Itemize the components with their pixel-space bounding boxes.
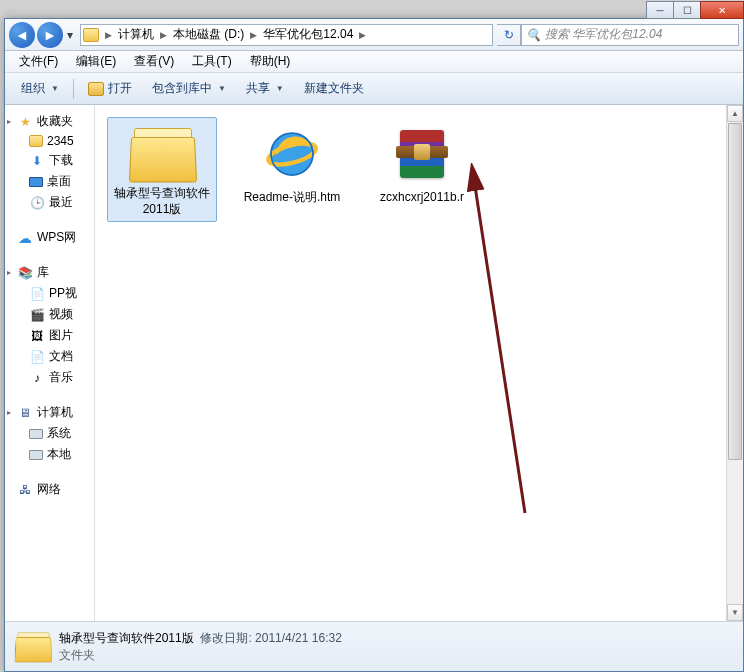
share-button[interactable]: 共享▼ [238,76,292,101]
status-meta-label: 修改日期: [200,631,251,645]
separator [73,79,74,99]
file-list[interactable]: 轴承型号查询软件2011版 Readme-说明.htm zcxhcxrj2011… [95,105,743,621]
search-placeholder: 搜索 华军优化包12.04 [545,26,662,43]
vertical-scrollbar[interactable]: ▲ ▼ [726,105,743,621]
maximize-button[interactable]: ☐ [673,1,701,19]
command-bar: 组织▼ 打开 包含到库中▼ 共享▼ 新建文件夹 [5,73,743,105]
details-pane: 轴承型号查询软件2011版 修改日期: 2011/4/21 16:32 文件夹 [5,621,743,671]
sidebar-item-desktop[interactable]: 桌面 [5,171,94,192]
refresh-button[interactable]: ↻ [497,24,521,46]
sidebar-item-recent[interactable]: 🕒最近 [5,192,94,213]
computer-icon: 🖥 [17,405,33,421]
sidebar-item-documents[interactable]: 📄文档 [5,346,94,367]
minimize-button[interactable]: ─ [646,1,674,19]
folder-icon [83,28,99,42]
back-button[interactable]: ◄ [9,22,35,48]
status-name: 轴承型号查询软件2011版 [59,631,194,645]
chevron-down-icon: ▼ [276,84,284,93]
file-item-htm[interactable]: Readme-说明.htm [237,117,347,211]
collapse-icon: ▸ [7,268,11,277]
organize-button[interactable]: 组织▼ [13,76,67,101]
folder-icon [13,629,49,665]
status-meta-value: 2011/4/21 16:32 [255,631,342,645]
scroll-thumb[interactable] [728,123,742,460]
menu-file[interactable]: 文件(F) [11,51,66,72]
chevron-right-icon[interactable]: ▶ [248,30,259,40]
window-controls: ─ ☐ ✕ [647,1,744,19]
collapse-icon: ▸ [7,408,11,417]
sidebar-libraries[interactable]: ▸📚库 [5,262,94,283]
navigation-bar: ◄ ► ▾ ▶ 计算机 ▶ 本地磁盘 (D:) ▶ 华军优化包12.04 ▶ ↻… [5,19,743,51]
open-icon [88,82,104,96]
sidebar-item-2345[interactable]: 2345 [5,132,94,150]
open-button[interactable]: 打开 [80,76,140,101]
navigation-pane: ▸★收藏夹 2345 ⬇下载 桌面 🕒最近 ☁WPS网 ▸📚库 📄PP视 🎬视频… [5,105,95,621]
sidebar-favorites[interactable]: ▸★收藏夹 [5,111,94,132]
chevron-right-icon[interactable]: ▶ [103,30,114,40]
file-label: 轴承型号查询软件2011版 [112,186,212,217]
star-icon: ★ [17,114,33,130]
document-icon: 📄 [29,349,45,365]
file-icon: 📄 [29,286,45,302]
scroll-up-button[interactable]: ▲ [727,105,743,122]
sidebar-item-pictures[interactable]: 🖼图片 [5,325,94,346]
file-label: zcxhcxrj2011b.r [380,190,464,206]
scroll-track[interactable] [727,122,743,604]
sidebar-item-music[interactable]: ♪音乐 [5,367,94,388]
sidebar-item-system[interactable]: 系统 [5,423,94,444]
chevron-down-icon: ▼ [51,84,59,93]
video-icon: 🎬 [29,307,45,323]
breadcrumb-drive[interactable]: 本地磁盘 (D:) [169,25,248,45]
breadcrumb-computer[interactable]: 计算机 [114,25,158,45]
menu-bar: 文件(F) 编辑(E) 查看(V) 工具(T) 帮助(H) [5,51,743,73]
ie-icon [260,122,324,186]
menu-help[interactable]: 帮助(H) [242,51,299,72]
annotation-arrow [465,163,545,523]
recent-icon: 🕒 [29,195,45,211]
menu-tools[interactable]: 工具(T) [184,51,239,72]
search-input[interactable]: 🔍 搜索 华军优化包12.04 [521,24,739,46]
menu-view[interactable]: 查看(V) [126,51,182,72]
sidebar-computer[interactable]: ▸🖥计算机 [5,402,94,423]
include-library-button[interactable]: 包含到库中▼ [144,76,234,101]
background-title: ... [6,2,15,14]
file-item-folder[interactable]: 轴承型号查询软件2011版 [107,117,217,222]
svg-line-3 [473,173,525,513]
breadcrumb-folder[interactable]: 华军优化包12.04 [259,25,357,45]
folder-icon [29,135,43,147]
chevron-right-icon[interactable]: ▶ [158,30,169,40]
collapse-icon: ▸ [7,117,11,126]
disk-icon [29,450,43,460]
network-icon: 🖧 [17,482,33,498]
chevron-right-icon[interactable]: ▶ [357,30,368,40]
sidebar-item-pp[interactable]: 📄PP视 [5,283,94,304]
file-label: Readme-说明.htm [244,190,341,206]
status-text: 轴承型号查询软件2011版 修改日期: 2011/4/21 16:32 文件夹 [59,630,342,664]
file-item-rar[interactable]: zcxhcxrj2011b.r [367,117,477,211]
desktop-icon [29,177,43,187]
menu-edit[interactable]: 编辑(E) [68,51,124,72]
rar-icon [390,122,454,186]
sidebar-item-local[interactable]: 本地 [5,444,94,465]
search-icon: 🔍 [526,28,541,42]
cloud-icon: ☁ [17,230,33,246]
chevron-down-icon: ▼ [218,84,226,93]
download-icon: ⬇ [29,153,45,169]
status-type: 文件夹 [59,647,342,664]
explorer-body: ▸★收藏夹 2345 ⬇下载 桌面 🕒最近 ☁WPS网 ▸📚库 📄PP视 🎬视频… [5,105,743,621]
sidebar-item-videos[interactable]: 🎬视频 [5,304,94,325]
library-icon: 📚 [17,265,33,281]
explorer-window: ─ ☐ ✕ ◄ ► ▾ ▶ 计算机 ▶ 本地磁盘 (D:) ▶ 华军优化包12.… [4,18,744,672]
disk-icon [29,429,43,439]
forward-button[interactable]: ► [37,22,63,48]
folder-icon [126,122,198,182]
nav-history-dropdown[interactable]: ▾ [64,22,76,48]
sidebar-network[interactable]: 🖧网络 [5,479,94,500]
address-bar[interactable]: ▶ 计算机 ▶ 本地磁盘 (D:) ▶ 华军优化包12.04 ▶ [80,24,493,46]
scroll-down-button[interactable]: ▼ [727,604,743,621]
picture-icon: 🖼 [29,328,45,344]
sidebar-item-downloads[interactable]: ⬇下载 [5,150,94,171]
sidebar-wps[interactable]: ☁WPS网 [5,227,94,248]
close-button[interactable]: ✕ [700,1,744,19]
new-folder-button[interactable]: 新建文件夹 [296,76,372,101]
